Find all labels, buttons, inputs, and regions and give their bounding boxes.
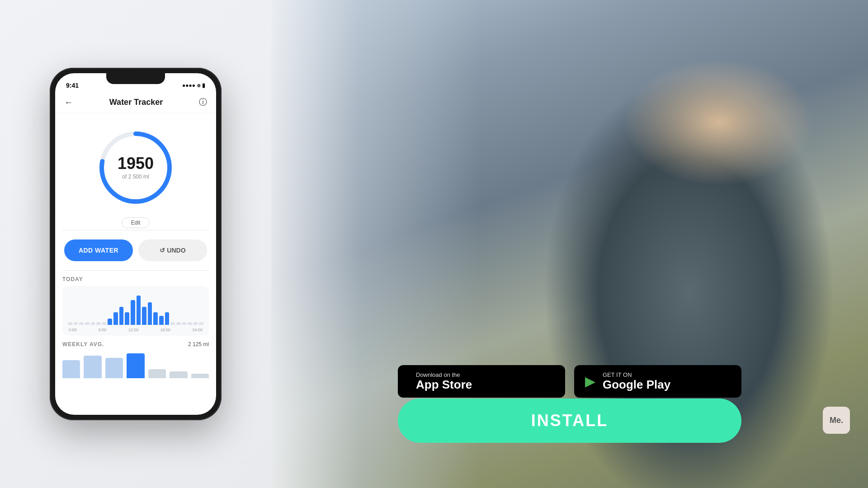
weekly-header: WEEKLY AVG. 2 125 ml [62, 341, 209, 347]
app-store-line2: App Store [416, 378, 472, 391]
chart-bar [199, 322, 203, 325]
divider-2 [62, 270, 209, 271]
install-button[interactable]: INSTALL [398, 399, 741, 443]
google-play-button[interactable]: ▶ GET IT ON Google Play [574, 365, 741, 398]
chart-bar [91, 322, 95, 325]
chart-bar [125, 312, 129, 325]
water-amount: 1950 [118, 155, 154, 172]
chart-bar [182, 322, 187, 325]
weekly-bar [62, 360, 80, 378]
signal-icon: ●●●● [182, 82, 195, 89]
weekly-bar [127, 353, 144, 378]
chart-bar [74, 322, 78, 325]
time-label-0: 0:00 [69, 328, 77, 332]
info-button[interactable]: ⓘ [199, 97, 207, 108]
chart-bar [102, 322, 107, 325]
phone-notch [106, 73, 165, 84]
chart-bar [170, 322, 175, 325]
water-progress-circle: 1950 of 2 500 ml [62, 127, 209, 208]
action-buttons: ADD WATER ↺ UNDO [62, 239, 209, 261]
app-store-line1: Download on the [416, 371, 472, 379]
weekly-avg-value: 2 125 ml [188, 341, 209, 347]
store-buttons: Download on the App Store ▶ GET IT ON Go… [398, 365, 741, 398]
circle-progress: 1950 of 2 500 ml [95, 127, 176, 208]
google-play-line1: GET IT ON [603, 371, 670, 379]
weekly-avg-label: WEEKLY AVG. [62, 341, 104, 347]
chart-bars [68, 293, 203, 325]
weekly-bar [84, 356, 101, 378]
app-store-text: Download on the App Store [416, 371, 472, 391]
phone-screen: 9:41 ●●●● ⌾ ▮ ← Water Tracker ⓘ [55, 73, 216, 415]
chart-bar [148, 302, 152, 325]
app-title: Water Tracker [109, 98, 163, 107]
weekly-bars [62, 351, 209, 378]
chart-bar [119, 307, 124, 325]
edit-button[interactable]: Edit [122, 217, 150, 228]
weekly-bar [105, 358, 123, 378]
weekly-bar [191, 374, 209, 378]
app-header: ← Water Tracker ⓘ [55, 93, 216, 113]
chart-bar [153, 312, 158, 325]
phone-mockup: 9:41 ●●●● ⌾ ▮ ← Water Tracker ⓘ [50, 68, 222, 420]
wifi-icon: ⌾ [197, 82, 200, 89]
back-button[interactable]: ← [64, 97, 73, 108]
chart-bar [193, 322, 198, 325]
circle-text: 1950 of 2 500 ml [118, 155, 154, 180]
chart-bar [79, 322, 84, 325]
chart-bar [165, 312, 170, 325]
status-time: 9:41 [66, 82, 79, 89]
chart-bar [142, 307, 146, 325]
google-play-line2: Google Play [603, 378, 670, 391]
chart-bar [85, 322, 90, 325]
undo-button[interactable]: ↺ UNDO [138, 239, 207, 261]
battery-icon: ▮ [202, 82, 205, 89]
time-label-2: 12:00 [128, 328, 139, 332]
chart-bar [113, 312, 118, 325]
chart-bar [96, 322, 101, 325]
chart-bar [131, 300, 135, 325]
chart-bar [137, 296, 141, 325]
chart-labels: 0:00 6:00 12:00 18:00 24:00 [68, 328, 203, 332]
app-content: 1950 of 2 500 ml Edit ADD WATER ↺ UNDO [55, 113, 216, 387]
chart-bar [68, 322, 72, 325]
chart-bar [176, 322, 181, 325]
status-icons: ●●●● ⌾ ▮ [182, 82, 205, 89]
weekly-bar [148, 369, 166, 378]
water-goal: of 2 500 ml [118, 174, 154, 180]
chart-bar [159, 316, 164, 325]
left-panel: 9:41 ●●●● ⌾ ▮ ← Water Tracker ⓘ [0, 0, 271, 488]
app-store-button[interactable]: Download on the App Store [398, 365, 565, 398]
me-badge: Me. [823, 407, 850, 434]
chart-bar [108, 319, 112, 325]
chart-bar [188, 322, 192, 325]
today-chart: 0:00 6:00 12:00 18:00 24:00 [62, 286, 209, 336]
today-label: TODAY [62, 276, 209, 282]
add-water-button[interactable]: ADD WATER [64, 239, 133, 261]
divider-1 [62, 230, 209, 230]
weekly-bar [170, 371, 187, 378]
time-label-1: 6:00 [99, 328, 107, 332]
time-label-4: 24:00 [192, 328, 203, 332]
right-panel: Download on the App Store ▶ GET IT ON Go… [271, 0, 868, 488]
google-play-icon: ▶ [585, 375, 595, 388]
google-play-text: GET IT ON Google Play [603, 371, 670, 391]
time-label-3: 18:00 [160, 328, 171, 332]
